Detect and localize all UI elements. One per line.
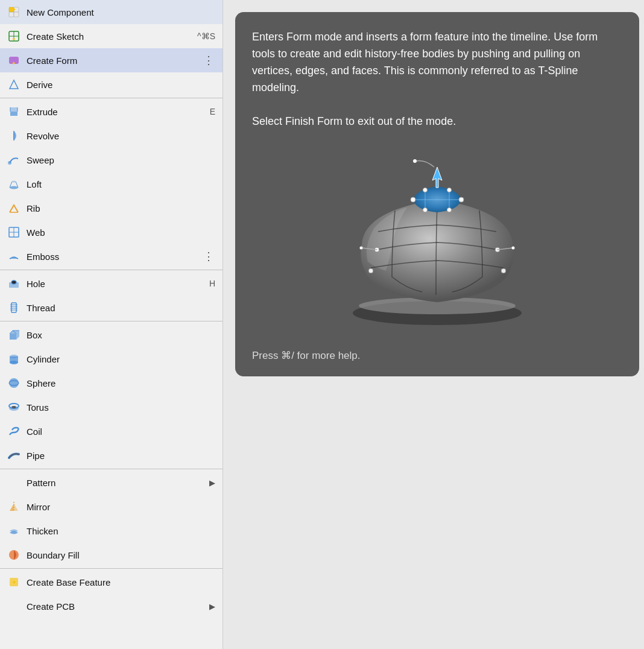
svg-point-57 [447,207,452,212]
svg-point-52 [411,197,415,202]
svg-point-38 [9,378,19,388]
menu-item-label-revolve: Revolve [27,131,215,141]
extrude-icon [7,105,21,118]
thicken-icon [7,524,21,537]
svg-rect-2 [9,12,14,17]
menu-item-rib[interactable]: Rib [0,196,223,220]
pattern-icon [7,476,21,489]
menu-item-loft[interactable]: Loft [0,172,223,196]
svg-rect-11 [10,112,17,116]
menu-panel: ✦New Component✦Create Sketch^⌘S✦Create F… [0,0,223,649]
menu-item-extrude[interactable]: ExtrudeE [0,100,223,124]
menu-item-label-mirror: Mirror [27,502,215,512]
web-icon [7,226,21,239]
menu-item-label-hole: Hole [27,279,209,289]
menu-item-shortcut-hole: H [209,279,215,288]
loft-icon [7,177,21,191]
divider-after-emboss [0,270,223,270]
menu-item-hole[interactable]: HoleH [0,271,223,296]
menu-item-label-extrude: Extrude [27,107,210,117]
create-base-feature-icon: ✦ [7,575,21,589]
svg-marker-62 [432,167,442,188]
menu-item-label-coil: Coil [27,426,215,437]
menu-item-label-rib: Rib [27,203,215,214]
svg-rect-3 [14,12,19,17]
menu-item-sweep[interactable]: Sweep [0,148,223,172]
menu-item-new-component[interactable]: ✦New Component [0,0,223,24]
menu-item-box[interactable]: Box [0,323,223,347]
menu-item-label-pattern: Pattern [27,478,209,488]
svg-point-65 [360,246,363,249]
divider-after-boundary-fill [0,568,223,569]
menu-item-label-create-base-feature: Create Base Feature [27,577,215,587]
svg-text:✦: ✦ [11,579,17,586]
create-pcb-icon [7,600,21,613]
menu-item-label-torus: Torus [27,402,215,413]
boundary-fill-icon [7,548,21,562]
menu-item-label-cylinder: Cylinder [27,354,215,364]
svg-point-18 [12,181,16,183]
menu-item-pattern[interactable]: Pattern▶ [0,470,223,495]
tooltip-card: Enters Form mode and inserts a form feat… [235,12,639,376]
menu-item-arrow-pattern: ▶ [209,478,215,487]
menu-item-create-sketch[interactable]: ✦Create Sketch^⌘S [0,24,223,48]
svg-text:✦: ✦ [11,60,16,66]
menu-item-shortcut-create-sketch: ^⌘S [197,31,215,41]
menu-item-pipe[interactable]: Pipe [0,443,223,467]
tooltip-panel: Enters Form mode and inserts a form feat… [223,0,644,649]
menu-item-label-new-component: New Component [27,7,215,17]
menu-item-cylinder[interactable]: Cylinder [0,347,223,371]
torus-icon [7,400,21,414]
menu-item-create-form[interactable]: ✦Create Form⋮ [0,48,223,72]
menu-item-label-sweep: Sweep [27,155,215,165]
svg-point-60 [368,268,373,273]
svg-point-37 [10,361,18,364]
cylinder-icon [7,352,21,366]
mirror-icon [7,500,21,513]
menu-item-thread[interactable]: Thread [0,296,223,320]
svg-point-54 [423,188,428,192]
menu-item-derive[interactable]: Derive [0,72,223,97]
svg-text:✦: ✦ [11,7,16,13]
divider-after-derive [0,98,223,98]
menu-item-coil[interactable]: Coil [0,419,223,443]
menu-item-torus[interactable]: Torus [0,395,223,419]
svg-point-53 [459,197,464,202]
tspline-svg [329,150,546,331]
menu-item-revolve[interactable]: Revolve [0,124,223,148]
menu-item-label-thread: Thread [27,303,215,313]
menu-item-label-derive: Derive [27,80,215,90]
menu-item-thicken[interactable]: Thicken [0,519,223,543]
menu-item-more-create-form[interactable]: ⋮ [202,54,215,67]
svg-point-16 [8,161,11,165]
box-icon [7,328,21,341]
emboss-icon [7,250,21,263]
menu-item-emboss[interactable]: Emboss⋮ [0,244,223,268]
menu-item-label-box: Box [27,330,215,340]
menu-item-boundary-fill[interactable]: Boundary Fill [0,543,223,567]
svg-rect-25 [11,303,16,312]
svg-point-67 [512,246,515,249]
menu-item-label-web: Web [27,227,215,238]
menu-item-label-create-form: Create Form [27,55,202,66]
menu-item-label-emboss: Emboss [27,252,202,262]
thread-icon [7,301,21,314]
create-form-icon: ✦ [7,54,21,67]
tooltip-description: Enters Form mode and inserts a form feat… [252,29,622,97]
menu-item-web[interactable]: Web [0,220,223,244]
menu-item-create-pcb[interactable]: Create PCB▶ [0,594,223,618]
menu-item-label-pipe: Pipe [27,451,215,461]
menu-item-mirror[interactable]: Mirror [0,495,223,519]
svg-point-56 [423,207,428,212]
menu-item-more-emboss[interactable]: ⋮ [202,250,215,263]
new-component-icon: ✦ [7,5,21,19]
rib-icon [7,201,21,215]
svg-point-17 [10,186,18,189]
menu-item-sphere[interactable]: Sphere [0,371,223,395]
menu-item-create-base-feature[interactable]: ✦Create Base Feature [0,570,223,594]
coil-icon [7,425,21,438]
divider-after-thread [0,321,223,321]
svg-point-63 [413,159,417,163]
sphere-icon [7,376,21,390]
hole-icon [7,277,21,290]
